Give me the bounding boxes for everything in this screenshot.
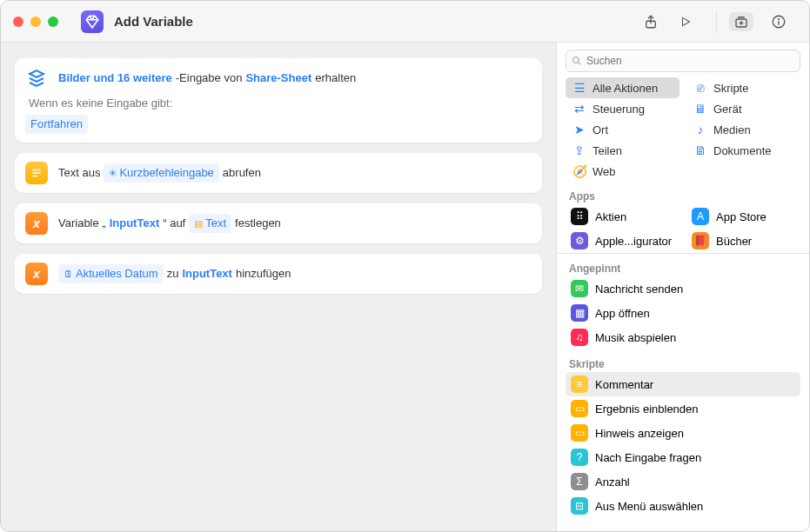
ask-input-icon: ? xyxy=(571,449,588,466)
text-action-icon xyxy=(25,162,48,184)
input-types-token[interactable]: Bilder und 16 weitere xyxy=(58,69,172,88)
minimize-window-button[interactable] xyxy=(30,17,41,27)
svg-point-4 xyxy=(573,57,579,63)
text: hinzufügen xyxy=(236,263,291,285)
script-item[interactable]: ▭Hinweis anzeigen xyxy=(566,421,800,445)
comment-icon: ≡ xyxy=(571,376,588,393)
scripts-heading: Skripte xyxy=(557,353,809,372)
music-icon: ♫ xyxy=(571,329,588,346)
category-all-actions[interactable]: ☰Alle Aktionen xyxy=(566,77,679,98)
value-token[interactable]: ▤Text xyxy=(189,214,231,233)
text: abrufen xyxy=(223,162,261,184)
stocks-icon: ⠿ xyxy=(571,208,588,225)
share-sheet-token[interactable]: Share-Sheet xyxy=(245,69,311,88)
text: zu xyxy=(167,263,179,285)
category-share[interactable]: ⇪Teilen xyxy=(566,140,679,161)
category-documents[interactable]: 🗎Dokumente xyxy=(686,140,800,161)
open-app-icon: ▦ xyxy=(571,304,588,322)
category-web[interactable]: 🧭Web xyxy=(566,161,679,182)
window-controls xyxy=(13,17,58,27)
text: festlegen xyxy=(235,212,281,235)
control-icon: ⇄ xyxy=(572,102,586,116)
category-control[interactable]: ⇄Steuerung xyxy=(566,98,679,119)
window-title: Add Variable xyxy=(114,14,631,29)
app-item[interactable]: ⠿Aktien xyxy=(566,204,679,229)
titlebar: Add Variable xyxy=(1,1,809,43)
shortcuts-window: Add Variable xyxy=(0,0,810,532)
variable-action-icon: x xyxy=(25,212,48,235)
script-item[interactable]: ΣAnzahl xyxy=(566,469,800,494)
run-icon[interactable] xyxy=(676,12,695,31)
pinned-item[interactable]: ▦App öffnen xyxy=(566,301,800,325)
variable-name-token[interactable]: InputText xyxy=(110,214,160,233)
text: -Eingabe von xyxy=(176,67,243,90)
messages-icon: ✉ xyxy=(571,280,588,297)
script-icon: ⎚ xyxy=(693,81,707,95)
app-item[interactable]: AApp Store xyxy=(686,204,800,229)
count-icon: Σ xyxy=(571,473,588,490)
category-media[interactable]: ♪Medien xyxy=(686,119,800,140)
get-text-card[interactable]: Text aus ✳︎Kurzbefehleingabe abrufen xyxy=(15,153,542,193)
books-icon: 📕 xyxy=(692,232,709,249)
variable-name-token[interactable]: InputText xyxy=(182,264,232,283)
script-item[interactable]: ▭Ergebnis einblenden xyxy=(566,396,800,421)
info-icon[interactable] xyxy=(769,12,788,31)
set-variable-card[interactable]: x Variable „ InputText “ auf ▤Text festl… xyxy=(15,203,542,243)
apps-heading: Apps xyxy=(557,185,809,204)
content: Bilder und 16 weitere -Eingabe von Share… xyxy=(1,43,809,531)
pinned-item[interactable]: ✉Nachricht senden xyxy=(566,276,800,301)
pinned-list: ✉Nachricht senden ▦App öffnen ♫Musik abs… xyxy=(557,276,809,353)
text: Variable „ xyxy=(58,212,106,235)
current-date-token[interactable]: 🗓Aktuelles Datum xyxy=(58,264,164,283)
show-result-icon: ▭ xyxy=(571,400,588,417)
action-library: ☰Alle Aktionen ⎚Skripte ⇄Steuerung 🖥Gerä… xyxy=(557,43,809,531)
workflow-editor[interactable]: Bilder und 16 weitere -Eingabe von Share… xyxy=(1,43,557,531)
web-icon: 🧭 xyxy=(572,164,586,178)
category-device[interactable]: 🖥Gerät xyxy=(686,98,800,119)
show-alert-icon: ▭ xyxy=(571,424,588,442)
share-icon[interactable] xyxy=(641,12,660,31)
list-icon: ☰ xyxy=(572,81,586,95)
text: erhalten xyxy=(315,67,356,90)
input-icon xyxy=(25,67,48,90)
search-input[interactable] xyxy=(586,55,794,67)
doc-icon: 🗎 xyxy=(693,143,707,157)
fallback-token[interactable]: Fortfahren xyxy=(25,115,88,134)
category-grid: ☰Alle Aktionen ⎚Skripte ⇄Steuerung 🖥Gerä… xyxy=(557,77,809,185)
script-item[interactable]: ≡Kommentar xyxy=(566,372,800,396)
pinned-heading: Angepinnt xyxy=(557,257,809,276)
variable-action-icon: x xyxy=(25,263,48,285)
app-item[interactable]: 📕Bücher xyxy=(686,229,800,253)
script-item[interactable]: ⊟Aus Menü auswählen xyxy=(566,494,800,518)
no-input-label: Wenn es keine Eingabe gibt: xyxy=(29,96,532,110)
text: “ auf xyxy=(163,212,185,235)
category-scripts[interactable]: ⎚Skripte xyxy=(686,77,800,98)
search-field[interactable] xyxy=(566,50,800,72)
text: Text aus xyxy=(58,162,100,184)
apps-list: ⠿Aktien AApp Store ⚙Apple...igurator 📕Bü… xyxy=(557,204,809,253)
close-window-button[interactable] xyxy=(13,17,23,27)
actions-panel: Angepinnt ✉Nachricht senden ▦App öffnen … xyxy=(557,253,809,531)
shortcut-icon xyxy=(81,10,104,33)
app-item[interactable]: ⚙Apple...igurator xyxy=(566,229,679,253)
add-to-variable-card[interactable]: x 🗓Aktuelles Datum zu InputText hinzufüg… xyxy=(15,254,542,294)
zoom-window-button[interactable] xyxy=(48,17,58,27)
svg-point-3 xyxy=(779,18,780,19)
appstore-icon: A xyxy=(692,208,709,225)
choose-menu-icon: ⊟ xyxy=(571,497,588,515)
divider xyxy=(716,10,717,33)
category-location[interactable]: ➤Ort xyxy=(566,119,679,140)
shortcut-input-token[interactable]: ✳︎Kurzbefehleingabe xyxy=(104,163,218,183)
location-icon: ➤ xyxy=(572,123,586,136)
share-icon: ⇪ xyxy=(572,143,586,157)
configurator-icon: ⚙ xyxy=(571,232,588,249)
device-icon: 🖥 xyxy=(693,102,707,116)
pinned-item[interactable]: ♫Musik abspielen xyxy=(566,325,800,349)
scripts-list: ≡Kommentar ▭Ergebnis einblenden ▭Hinweis… xyxy=(557,372,809,522)
library-icon[interactable] xyxy=(729,12,753,31)
script-item[interactable]: ?Nach Eingabe fragen xyxy=(566,445,800,469)
input-card[interactable]: Bilder und 16 weitere -Eingabe von Share… xyxy=(15,58,542,143)
media-icon: ♪ xyxy=(693,123,707,136)
